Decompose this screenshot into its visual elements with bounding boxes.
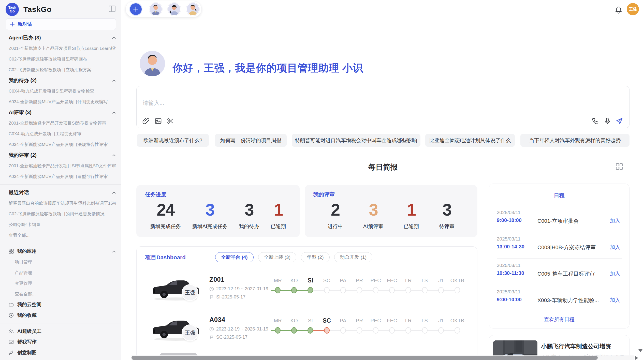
filter-chip[interactable]: 全新上装 (3) — [258, 252, 297, 262]
stat: 3待评审 — [439, 201, 455, 230]
milestone-timeline: MRKO SI SCPA PRPEC FECLR LSJ1 OKTB — [270, 272, 465, 311]
schedule-item: 2025/03/11 13:00-14:30 C003|H0B-方案冻结评审 加… — [497, 232, 622, 259]
clock-icon — [209, 287, 214, 291]
list-item[interactable]: Z001-全新燃油轻卡产品开发项目SI造型提交物评审 — [0, 118, 121, 128]
sidebar-item-cloud-space[interactable]: 我的云空间 — [0, 299, 121, 310]
project-row[interactable]: 王强 Z001 2023-12-19 ~ 2027-01-19 SI-2025-… — [137, 272, 477, 311]
apps-view-all[interactable]: 查看全部... — [0, 289, 121, 299]
mic-icon[interactable] — [604, 117, 611, 125]
sidebar: Task Go TaskGo 新对话 Agent已办 (3) Z001-全新燃油… — [0, 0, 121, 360]
chat-composer — [136, 86, 630, 128]
milestone-dot — [291, 327, 297, 334]
current-milestone: SI — [302, 276, 318, 285]
sidebar-item-favorites[interactable]: 我的收藏 — [0, 310, 121, 321]
filter-chip[interactable]: 年型 (2) — [301, 252, 330, 262]
chevron-up-icon[interactable] — [112, 37, 116, 39]
section-my-review[interactable]: 我的评审 (2) — [0, 150, 121, 160]
app-item-product-mgmt[interactable]: 产品管理 — [0, 267, 121, 278]
suggestion-chip[interactable]: 如何写一份清晰的项目周报 — [215, 134, 287, 147]
layout-grid-icon[interactable] — [616, 163, 623, 170]
stat: 1已逾期 — [404, 201, 419, 230]
bell-icon[interactable] — [615, 6, 622, 14]
logo-line2: Go — [10, 9, 14, 13]
new-session-button[interactable] — [129, 3, 142, 16]
chevron-up-icon[interactable] — [112, 154, 116, 156]
section-my-todo[interactable]: 我的待办 (2) — [0, 75, 121, 86]
join-link[interactable]: 加入 — [610, 297, 620, 304]
sidebar-item-ai-super-staff[interactable]: AI超级员工 — [0, 326, 121, 337]
suggestion-chip[interactable]: 特朗普可能对进口汽车增税会对中国车企造成哪些影响 — [292, 134, 420, 147]
list-item[interactable]: Z001-全新燃油皮卡产品开发项目SI节点Lesson Learn报告 — [0, 43, 121, 54]
chevron-up-icon[interactable] — [112, 111, 116, 114]
section-recent-chats[interactable]: 最近对话 — [0, 187, 121, 198]
image-icon[interactable] — [154, 117, 162, 125]
stat: 2进行中 — [328, 201, 343, 230]
avatar[interactable] — [168, 3, 181, 16]
stat: 3AI预评审 — [363, 201, 383, 230]
sidebar-item-my-apps[interactable]: 我的应用 — [0, 246, 121, 257]
list-item[interactable]: A034-全新新能源MUV产品开发项目造型可行性评审 — [0, 171, 121, 182]
divider — [0, 184, 121, 185]
section-ai-review[interactable]: AI评审 (3) — [0, 107, 121, 118]
paperclip-icon[interactable] — [142, 117, 150, 125]
chevron-up-icon[interactable] — [112, 191, 116, 194]
chevron-up-icon[interactable] — [112, 250, 116, 252]
recent-chat-item[interactable]: C02-飞腾新能源轻客改款项目的闭环通告反馈情况 — [0, 208, 121, 219]
recent-chat-item[interactable]: 解释最新出台的欧盟报废车法规再生塑料比例被调至15%... — [0, 198, 121, 208]
avatar[interactable] — [186, 3, 199, 16]
avatar[interactable] — [149, 3, 162, 16]
project-row[interactable]: 王强 A034 2023-12-19 ~ 2026-01-19 SC-2025-… — [137, 312, 477, 351]
chevron-up-icon[interactable] — [112, 79, 116, 82]
app-title: TaskGo — [23, 5, 52, 14]
schedule-item: 2025/03/11 9:00-10:00 X003-车辆动力学性能验... 加… — [497, 285, 622, 311]
list-item[interactable]: A034-全新新能源MUV产品开发项目计划变更表编写 — [0, 96, 121, 107]
suggestion-chip[interactable]: 当下年轻人对汽车外观有怎样的喜好趋势 — [520, 134, 630, 147]
recent-view-all[interactable]: 查看全部... — [0, 230, 121, 241]
horizontal-scrollbar-thumb[interactable] — [131, 356, 598, 360]
list-item[interactable]: A034-全新新能源MUV产品开发项目法规符合性评审 — [0, 139, 121, 150]
list-item[interactable]: C0X4-动力总成开发项目SI里程碑提交物检查 — [0, 86, 121, 96]
flag-icon — [209, 335, 214, 340]
suggestion-chip[interactable]: 欧洲新规最近颁布了什么? — [137, 134, 209, 147]
app-item-change-mgmt[interactable]: 变更管理 — [0, 278, 121, 289]
schedule-card: 日程 2025/03/11 9:00-10:00 C001-立项审批会 加入 2… — [489, 184, 630, 328]
user-avatar[interactable]: 王强 — [627, 3, 639, 15]
list-item[interactable]: C0X4-动力总成开发项目工程变更评审 — [0, 128, 121, 139]
milestone-dot — [455, 287, 460, 293]
dashboard-title: 项目Dashboard — [145, 254, 186, 261]
logo-line1: Task — [8, 6, 16, 9]
schedule-view-all[interactable]: 查看所有日程 — [489, 316, 629, 323]
scissors-icon[interactable] — [167, 117, 174, 125]
milestone-dot — [422, 327, 428, 334]
stat: 3我的待办 — [239, 201, 259, 230]
star-badge-icon — [9, 313, 14, 318]
filter-chip[interactable]: 动总开发 (1) — [334, 252, 373, 262]
app-item-project-mgmt[interactable]: 项目管理 — [0, 257, 121, 267]
list-item[interactable]: Z001-全新燃油轻卡产品开发项目SI节点属性5D文件评审 — [0, 160, 121, 171]
list-item[interactable]: C02-飞腾新能源轻客改款项目立项汇报方案 — [0, 64, 121, 75]
list-item[interactable]: C02-飞腾新能源轻客改款项目里程碑画布 — [0, 54, 121, 64]
phone-icon[interactable] — [592, 117, 599, 125]
send-icon[interactable] — [616, 117, 623, 125]
join-link[interactable]: 加入 — [610, 217, 620, 224]
app-logo[interactable]: Task Go — [6, 3, 19, 16]
milestone-dot — [291, 287, 297, 293]
sidebar-item-help-me-write[interactable]: 帮我写作 — [0, 337, 121, 347]
join-link[interactable]: 加入 — [610, 244, 620, 251]
stat: 3新增AI完成任务 — [192, 201, 228, 230]
join-link[interactable]: 加入 — [610, 270, 620, 277]
chat-input[interactable] — [142, 99, 372, 107]
section-agent-done[interactable]: Agent已办 (3) — [0, 32, 121, 43]
milestone-dot — [455, 327, 460, 334]
people-icon — [9, 329, 14, 334]
project-flag-date: SC-2025-05-17 — [209, 335, 247, 340]
new-chat-button[interactable]: 新对话 — [6, 18, 116, 30]
sidebar-item-creative-drawing[interactable]: 创意制图 — [0, 347, 121, 358]
sidebar-collapse-icon[interactable] — [109, 6, 115, 12]
filter-chip[interactable]: 全新平台 (4) — [215, 252, 254, 262]
suggestion-chip[interactable]: 比亚迪全固态电池计划具体说了什么 — [425, 134, 515, 147]
scroll-right-arrow[interactable] — [635, 356, 638, 360]
recent-chat-item[interactable]: 公司Q3轻卡销量 — [0, 219, 121, 230]
project-flag-date: SI-2025-05-17 — [209, 294, 245, 300]
scroll-down-arrow[interactable] — [638, 349, 642, 352]
